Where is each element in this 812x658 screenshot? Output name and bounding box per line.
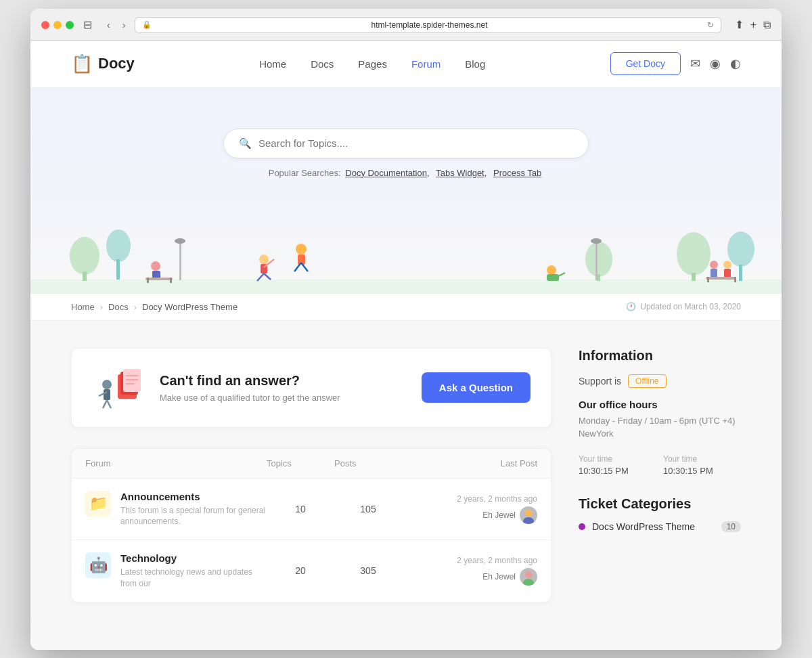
row-2-info: 🤖 Technology Latest technology news and … [85, 552, 267, 590]
popular-link-2[interactable]: Tabs Widget, [436, 168, 487, 178]
technology-icon: 🤖 [85, 552, 111, 578]
close-button[interactable] [41, 21, 49, 29]
row-1-time: 2 years, 2 months ago [402, 494, 537, 504]
traffic-lights [41, 21, 74, 29]
row-1-desc: This forum is a special forum for genera… [120, 505, 267, 528]
row-1-title[interactable]: Announcements [120, 491, 267, 502]
search-icon: 🔍 [239, 137, 252, 150]
time-col-1-value: 10:30:15 PM [579, 466, 656, 476]
main-content: Can't find an answer? Make use of a qual… [30, 321, 782, 630]
row-1-posts: 105 [334, 504, 402, 514]
logo-icon: 📋 [71, 53, 93, 74]
nav-docs[interactable]: Docs [311, 58, 334, 70]
mail-icon[interactable]: ✉ [690, 56, 700, 71]
forum-table-header: Forum Topics Posts Last Post [72, 449, 551, 479]
forward-button[interactable]: › [120, 18, 129, 32]
svg-rect-5 [179, 242, 181, 280]
breadcrumb-sep-2: › [134, 302, 137, 312]
svg-rect-23 [595, 242, 597, 280]
popular-link-1[interactable]: Docy Documentation, [345, 168, 429, 178]
svg-line-41 [103, 400, 107, 408]
svg-point-50 [525, 510, 532, 517]
announcements-icon: 📁 [85, 491, 111, 517]
svg-rect-26 [547, 274, 559, 281]
row-2-topics: 20 [267, 565, 334, 576]
get-docy-button[interactable]: Get Docy [610, 52, 681, 75]
col-topics: Topics [267, 458, 334, 468]
ticket-name[interactable]: Docs WordPress Theme [592, 521, 715, 532]
svg-point-53 [523, 579, 534, 586]
svg-point-34 [723, 261, 731, 269]
ticket-dot [579, 523, 585, 530]
svg-rect-31 [739, 265, 742, 281]
svg-point-51 [523, 517, 534, 524]
svg-rect-9 [145, 278, 173, 280]
content-left: Can't find an answer? Make use of a qual… [71, 348, 551, 602]
scene-svg [30, 205, 782, 293]
row-2-avatar [520, 568, 537, 586]
svg-line-19 [294, 263, 301, 271]
search-input[interactable] [258, 137, 573, 149]
nav-blog[interactable]: Blog [465, 58, 485, 70]
forum-table: Forum Topics Posts Last Post 📁 Announce [71, 448, 551, 602]
cta-subtitle: Make use of a qualified tutor to get the… [160, 393, 408, 403]
svg-point-21 [585, 242, 612, 277]
nav-forum[interactable]: Forum [411, 58, 441, 70]
nav-home[interactable]: Home [259, 58, 286, 70]
svg-point-12 [259, 255, 269, 264]
breadcrumb-home[interactable]: Home [71, 302, 95, 312]
time-col-1: Your time 10:30:15 PM [579, 454, 656, 476]
svg-point-3 [106, 229, 131, 262]
reload-icon: ↻ [707, 20, 714, 30]
col-lastpost: Last Post [402, 458, 537, 468]
browser-window: ⊟ ‹ › 🔒 html-template.spider-themes.net … [30, 9, 782, 650]
new-tab-button[interactable]: + [750, 19, 757, 31]
svg-rect-37 [707, 277, 709, 282]
svg-rect-36 [706, 277, 736, 280]
back-button[interactable]: ‹ [104, 18, 113, 32]
breadcrumb-docs[interactable]: Docs [108, 302, 129, 312]
support-status-badge: Offline [628, 374, 666, 388]
user-icon[interactable]: ◐ [730, 56, 741, 71]
row-2-lastpost: 2 years, 2 months ago Eh Jewel [402, 556, 537, 586]
rss-icon[interactable]: ◉ [710, 56, 721, 71]
svg-point-30 [727, 232, 754, 267]
ticket-count: 10 [721, 521, 741, 532]
svg-rect-10 [147, 278, 149, 283]
support-row: Support is Offline [579, 374, 741, 388]
maximize-button[interactable] [66, 21, 74, 29]
cta-text: Can't find an answer? Make use of a qual… [160, 373, 408, 403]
svg-point-17 [296, 244, 307, 255]
svg-point-1 [70, 237, 99, 275]
share-button[interactable]: ⬆ [735, 18, 744, 31]
popular-label: Popular Searches: [269, 168, 341, 178]
lock-icon: 🔒 [142, 20, 152, 29]
minimize-button[interactable] [53, 21, 62, 29]
svg-point-24 [591, 238, 602, 244]
time-col-2-label: Your time [663, 454, 741, 464]
ticket-item: Docs WordPress Theme 10 [579, 521, 741, 532]
updated-text: Updated on March 03, 2020 [640, 302, 741, 311]
address-bar[interactable]: 🔒 html-template.spider-themes.net ↻ [135, 17, 721, 33]
cta-title: Can't find an answer? [160, 373, 408, 389]
search-container: 🔍 Popular Searches: Docy Documentation, … [30, 129, 782, 178]
sidebar: Information Support is Offline Our offic… [579, 348, 741, 602]
hero-section: 🔍 Popular Searches: Docy Documentation, … [30, 88, 782, 293]
cta-banner: Can't find an answer? Make use of a qual… [71, 348, 551, 428]
tabs-button[interactable]: ⧉ [763, 19, 771, 31]
row-2-title[interactable]: Technology [120, 552, 267, 564]
ticket-cat-title: Ticket Categories [579, 496, 741, 512]
popular-link-3[interactable]: Process Tab [493, 168, 541, 178]
row-2-author: Eh Jewel [402, 568, 537, 586]
row-1-avatar [520, 506, 537, 524]
logo[interactable]: 📋 Docy [71, 53, 135, 74]
svg-point-7 [151, 261, 160, 271]
svg-rect-4 [116, 259, 120, 280]
row-2-posts: 305 [334, 565, 402, 576]
nav-pages[interactable]: Pages [358, 58, 387, 70]
svg-line-42 [107, 400, 111, 408]
ask-question-button[interactable]: Ask a Question [422, 372, 531, 403]
breadcrumb-current: Docy WordPress Theme [142, 302, 238, 312]
row-1-author-name: Eh Jewel [482, 510, 516, 520]
sidebar-toggle-button[interactable]: ⊟ [81, 17, 95, 32]
